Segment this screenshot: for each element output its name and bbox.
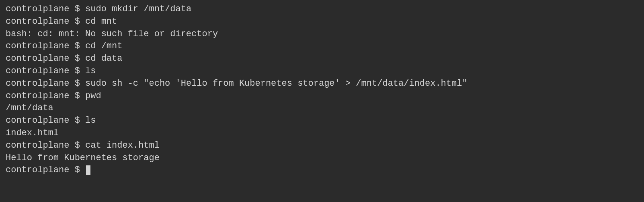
command-text: cd mnt — [85, 16, 117, 27]
command-text: cat index.html — [85, 140, 160, 150]
terminal-line: controlplane $ sudo mkdir /mnt/data — [6, 3, 638, 16]
prompt: controlplane $ — [6, 41, 85, 51]
terminal-line: controlplane $ cd mnt — [6, 16, 638, 28]
command-text: cd data — [85, 54, 122, 64]
terminal-line: bash: cd: mnt: No such file or directory — [6, 28, 638, 41]
prompt: controlplane $ — [6, 66, 85, 76]
terminal-line: /mnt/data — [6, 102, 638, 115]
output-text: Hello from Kubernetes storage — [6, 153, 160, 163]
command-text: ls — [85, 115, 96, 126]
terminal-line: controlplane $ cd /mnt — [6, 40, 638, 53]
command-text: sudo mkdir /mnt/data — [85, 4, 191, 14]
terminal-line: controlplane $ ls — [6, 65, 638, 78]
prompt: controlplane $ — [6, 78, 85, 89]
terminal-line: controlplane $ cat index.html — [6, 140, 638, 152]
command-text: ls — [85, 66, 96, 76]
terminal-line: controlplane $ — [6, 164, 638, 177]
output-text: index.html — [6, 128, 59, 138]
terminal-line: controlplane $ sudo sh -c "echo 'Hello f… — [6, 78, 638, 90]
prompt: controlplane $ — [6, 54, 85, 64]
command-text: cd /mnt — [85, 41, 122, 51]
command-text: sudo sh -c "echo 'Hello from Kubernetes … — [85, 78, 468, 89]
terminal-output[interactable]: controlplane $ sudo mkdir /mnt/datacontr… — [6, 3, 638, 177]
terminal-line: controlplane $ ls — [6, 115, 638, 127]
prompt: controlplane $ — [6, 165, 85, 175]
terminal-line: controlplane $ cd data — [6, 53, 638, 65]
prompt: controlplane $ — [6, 16, 85, 27]
prompt: controlplane $ — [6, 115, 85, 126]
output-text: /mnt/data — [6, 103, 53, 113]
prompt: controlplane $ — [6, 91, 85, 101]
cursor-icon[interactable] — [86, 165, 90, 175]
terminal-line: controlplane $ pwd — [6, 90, 638, 103]
command-text: pwd — [85, 91, 101, 101]
terminal-line: Hello from Kubernetes storage — [6, 152, 638, 165]
output-text: bash: cd: mnt: No such file or directory — [6, 29, 218, 39]
prompt: controlplane $ — [6, 4, 85, 14]
terminal-line: index.html — [6, 127, 638, 140]
prompt: controlplane $ — [6, 140, 85, 150]
